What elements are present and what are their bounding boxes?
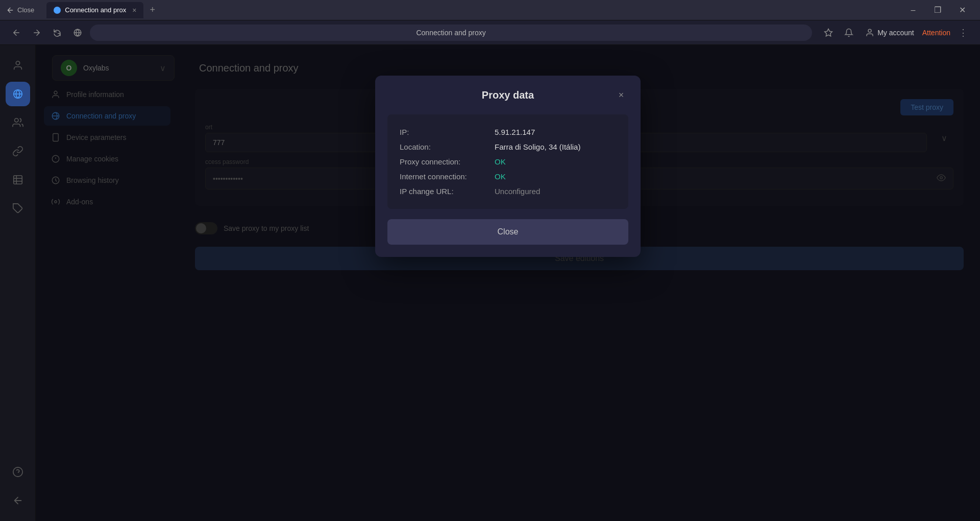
add-tab-button[interactable]: + [145,5,159,15]
back-button[interactable] [6,488,30,513]
proxy-location-row: Location: Farra di Soligo, 34 (Itália) [400,139,616,154]
ip-change-label: IP change URL: [400,187,486,196]
modal-title: Proxy data [402,89,614,101]
tab-label: Connection and prox [65,6,126,14]
modal-body: IP: 5.91.21.147 Location: Farra di Solig… [375,110,641,257]
modal-close-button[interactable]: Close [387,219,628,245]
sidebar-item-links[interactable] [6,139,30,163]
proxy-data-box: IP: 5.91.21.147 Location: Farra di Solig… [387,114,628,209]
proxy-conn-value: OK [495,157,506,166]
location-value: Farra di Soligo, 34 (Itália) [495,143,580,151]
internet-conn-value: OK [495,172,506,181]
address-bar[interactable]: Connection and proxy [90,25,812,41]
modal-header: Proxy data × [375,76,641,110]
refresh-button[interactable] [49,25,65,41]
location-label: Location: [400,143,486,151]
sidebar-item-help[interactable] [6,460,30,484]
svg-point-3 [16,61,19,65]
my-account-button[interactable]: My account [861,26,918,39]
my-account-label: My account [877,29,914,37]
svg-marker-1 [825,29,832,36]
sidebar-item-team[interactable] [6,110,30,135]
more-options-button[interactable]: ⋮ [954,25,972,40]
main-content: O Oxylabs ∨ Connection and proxy Profile… [36,45,980,521]
close-icon: × [619,90,624,101]
sidebar [0,45,36,521]
address-text: Connection and proxy [416,29,485,37]
svg-rect-6 [13,176,22,184]
tab-bar: Connection and prox × + [46,2,897,18]
svg-point-2 [868,29,871,32]
tab-close-button[interactable]: × [132,6,136,14]
sidebar-item-extensions[interactable] [6,196,30,221]
internet-connection-row: Internet connection: OK [400,169,616,184]
sidebar-item-table[interactable] [6,168,30,192]
nav-bar: Connection and proxy My account Attentio… [0,20,980,45]
ip-change-value: Unconfigured [495,187,540,196]
ip-label: IP: [400,128,486,136]
browser-titlebar: Close Connection and prox × + – ❐ ✕ [0,0,980,20]
modal-overlay: Proxy data × IP: 5.91.21.147 Location: [36,45,980,521]
bookmark-button[interactable] [820,25,837,41]
window-close-button[interactable]: ✕ [950,2,974,18]
back-nav-button[interactable] [8,25,24,41]
titlebar-close-button[interactable]: Close [6,6,34,14]
svg-point-11 [13,467,22,477]
modal-close-x-button[interactable]: × [614,88,628,102]
proxy-ip-row: IP: 5.91.21.147 [400,125,616,139]
maximize-button[interactable]: ❐ [926,2,949,18]
forward-nav-button[interactable] [29,25,45,41]
app-layout: O Oxylabs ∨ Connection and proxy Profile… [0,45,980,521]
proxy-data-modal: Proxy data × IP: 5.91.21.147 Location: [375,76,641,257]
internet-conn-label: Internet connection: [400,172,486,181]
notifications-button[interactable] [841,25,857,41]
minimize-button[interactable]: – [901,2,925,18]
proxy-conn-label: Proxy connection: [400,157,486,166]
attention-link[interactable]: Attention [922,29,950,37]
ip-value: 5.91.21.147 [495,128,535,136]
tab-favicon [54,7,61,14]
ip-change-url-row: IP change URL: Unconfigured [400,184,616,199]
sidebar-item-connection[interactable] [6,82,30,106]
proxy-connection-row: Proxy connection: OK [400,154,616,169]
url-icon [69,25,86,41]
titlebar-close-label: Close [17,6,34,14]
nav-right-controls: My account Attention ⋮ [820,25,972,41]
svg-point-5 [14,119,18,122]
active-tab[interactable]: Connection and prox × [46,2,143,18]
window-controls: – ❐ ✕ [901,2,974,18]
sidebar-item-users[interactable] [6,53,30,78]
